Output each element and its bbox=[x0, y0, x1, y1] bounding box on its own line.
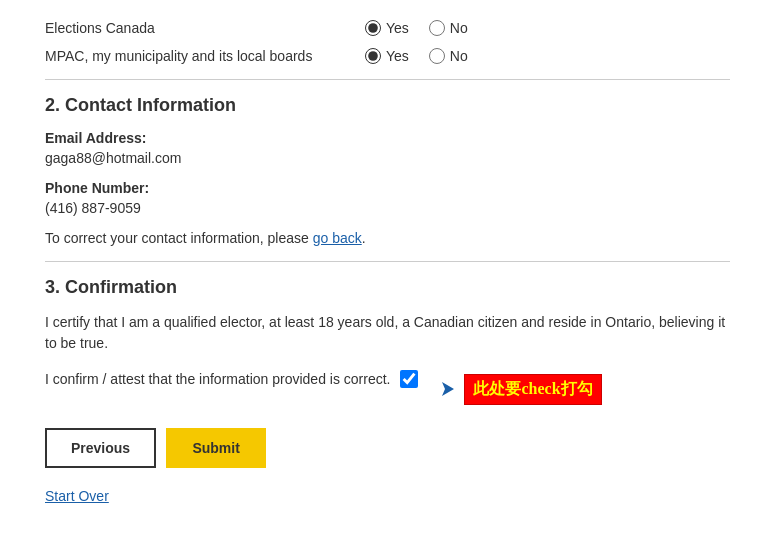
elections-canada-radio-group: Yes No bbox=[365, 20, 468, 36]
elections-canada-yes-radio[interactable] bbox=[365, 20, 381, 36]
mpac-label: MPAC, my municipality and its local boar… bbox=[45, 48, 365, 64]
confirm-checkbox[interactable] bbox=[400, 370, 418, 388]
elections-canada-no-label: No bbox=[450, 20, 468, 36]
confirmation-section: 3. Confirmation I certify that I am a qu… bbox=[45, 277, 730, 408]
start-over-container: Start Over bbox=[45, 488, 730, 504]
elections-canada-yes-label: Yes bbox=[386, 20, 409, 36]
email-value: gaga88@hotmail.com bbox=[45, 150, 730, 166]
email-label: Email Address: bbox=[45, 130, 730, 146]
mpac-radio-group: Yes No bbox=[365, 48, 468, 64]
contact-section: 2. Contact Information Email Address: ga… bbox=[45, 95, 730, 246]
annotation-container: 此处要check打勾 bbox=[428, 374, 601, 405]
mpac-row: MPAC, my municipality and its local boar… bbox=[45, 48, 730, 64]
submit-button[interactable]: Submit bbox=[166, 428, 266, 468]
mpac-no-label: No bbox=[450, 48, 468, 64]
annotation-box: 此处要check打勾 bbox=[464, 374, 601, 405]
arrow-icon bbox=[434, 374, 464, 404]
phone-value: (416) 887-9059 bbox=[45, 200, 730, 216]
divider-2 bbox=[45, 261, 730, 262]
elections-canada-no-option[interactable]: No bbox=[429, 20, 468, 36]
button-row: Previous Submit bbox=[45, 428, 730, 468]
confirmation-section-title: 3. Confirmation bbox=[45, 277, 730, 298]
certify-text: I certify that I am a qualified elector,… bbox=[45, 312, 730, 354]
mpac-yes-option[interactable]: Yes bbox=[365, 48, 409, 64]
mpac-no-option[interactable]: No bbox=[429, 48, 468, 64]
elections-canada-yes-option[interactable]: Yes bbox=[365, 20, 409, 36]
arrow-annotation: 此处要check打勾 bbox=[434, 374, 601, 405]
confirm-label-wrapper[interactable]: I confirm / attest that the information … bbox=[45, 370, 418, 388]
confirm-row: I confirm / attest that the information … bbox=[45, 370, 730, 408]
mpac-yes-label: Yes bbox=[386, 48, 409, 64]
start-over-link[interactable]: Start Over bbox=[45, 488, 109, 504]
mpac-no-radio[interactable] bbox=[429, 48, 445, 64]
confirm-label-text: I confirm / attest that the information … bbox=[45, 371, 390, 387]
contact-section-title: 2. Contact Information bbox=[45, 95, 730, 116]
divider-1 bbox=[45, 79, 730, 80]
elections-canada-row: Elections Canada Yes No bbox=[45, 20, 730, 36]
mpac-yes-radio[interactable] bbox=[365, 48, 381, 64]
elections-canada-no-radio[interactable] bbox=[429, 20, 445, 36]
correction-text: To correct your contact information, ple… bbox=[45, 230, 730, 246]
elections-canada-label: Elections Canada bbox=[45, 20, 365, 36]
page-container: Elections Canada Yes No MPAC, my municip… bbox=[0, 0, 775, 533]
phone-label: Phone Number: bbox=[45, 180, 730, 196]
previous-button[interactable]: Previous bbox=[45, 428, 156, 468]
annotation-text: 此处要check打勾 bbox=[473, 380, 592, 397]
go-back-link[interactable]: go back bbox=[313, 230, 362, 246]
